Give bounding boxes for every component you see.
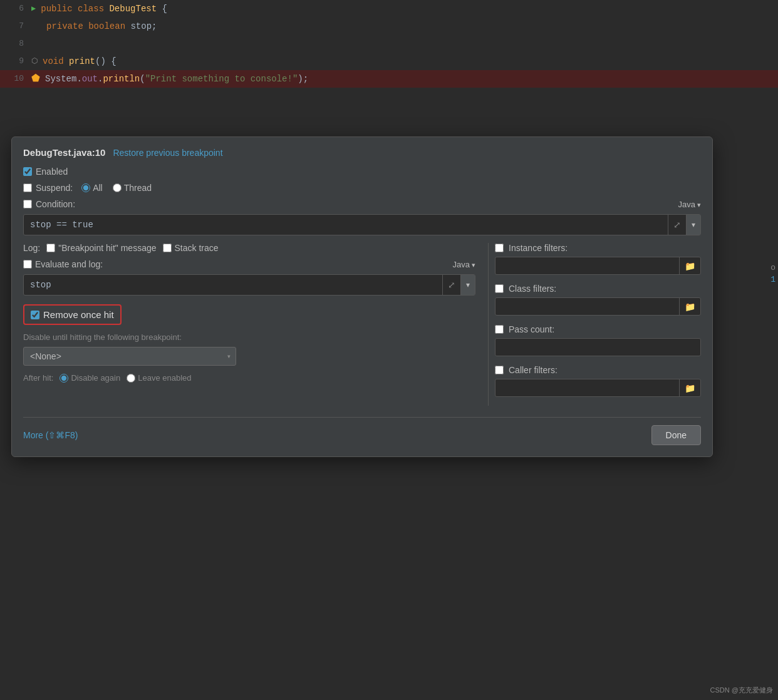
- right-edge-1: 1: [770, 275, 775, 284]
- condition-checkbox[interactable]: [23, 200, 32, 208]
- pass-count-checkbox[interactable]: [495, 325, 504, 334]
- none-select-wrapper: <None> ▾: [23, 347, 236, 366]
- leave-enabled-radio[interactable]: [127, 374, 135, 383]
- disable-again-text: Disable again: [71, 373, 120, 383]
- caller-filters-checkbox[interactable]: [495, 366, 504, 374]
- restore-breakpoint-link[interactable]: Restore previous breakpoint: [113, 148, 222, 158]
- evaluate-expand-button[interactable]: ⤢: [442, 275, 460, 295]
- instance-filters-label-row: Instance filters:: [495, 243, 701, 253]
- line-number-6: 6: [5, 0, 24, 18]
- popup-left: Log: "Breakpoint hit" message Stack trac…: [23, 243, 488, 406]
- evaluate-checkbox[interactable]: [23, 260, 32, 269]
- evaluate-input[interactable]: [24, 275, 442, 295]
- log-row: Log: "Breakpoint hit" message Stack trac…: [23, 243, 475, 253]
- right-edge-numbers: o 1: [770, 263, 778, 284]
- evaluate-java-label[interactable]: Java: [452, 260, 475, 269]
- popup-title: DebugTest.java:10: [23, 147, 105, 158]
- instance-filters-input[interactable]: [495, 257, 679, 274]
- condition-text: Condition:: [36, 199, 75, 209]
- condition-label[interactable]: Condition:: [23, 199, 75, 209]
- class-filters-input[interactable]: [495, 298, 679, 315]
- suspend-row: Suspend: All Thread: [23, 183, 701, 193]
- leave-enabled-label[interactable]: Leave enabled: [127, 373, 191, 383]
- done-button[interactable]: Done: [651, 425, 701, 445]
- class-filters-checkbox[interactable]: [495, 284, 504, 293]
- class-filters-input-wrapper: 📁: [495, 297, 701, 316]
- code-line-10: 10 ⬟ System.out.println("Print something…: [0, 70, 778, 88]
- popup-footer: More (⇧⌘F8) Done: [23, 417, 701, 445]
- enabled-label[interactable]: Enabled: [23, 167, 68, 177]
- log-stack-text: Stack trace: [175, 243, 219, 253]
- log-label: Log:: [23, 243, 40, 253]
- line-number-9: 9: [5, 53, 24, 70]
- instance-filters-checkbox[interactable]: [495, 244, 504, 252]
- after-hit-label: After hit:: [23, 373, 53, 383]
- disable-again-radio[interactable]: [60, 374, 68, 383]
- evaluate-dropdown-button[interactable]: ▾: [460, 275, 475, 295]
- enabled-text: Enabled: [36, 167, 68, 177]
- log-breakpoint-label[interactable]: "Breakpoint hit" message: [46, 243, 156, 253]
- condition-dropdown-button[interactable]: ▾: [686, 215, 700, 235]
- popup-right: Instance filters: 📁 Class filters: 📁: [488, 243, 701, 406]
- instance-filters-folder-button[interactable]: 📁: [679, 257, 700, 274]
- instance-filters-section: Instance filters: 📁: [495, 243, 701, 275]
- thread-text: Thread: [124, 183, 152, 193]
- caller-filters-section: Caller filters: 📁: [495, 365, 701, 397]
- code-editor: 6 ▶ public class DebugTest { 7 private b…: [0, 0, 778, 88]
- class-filters-section: Class filters: 📁: [495, 284, 701, 316]
- evaluate-text: Evaluate and log:: [35, 259, 103, 269]
- pass-count-label: Pass count:: [509, 324, 554, 334]
- log-stack-checkbox[interactable]: [163, 244, 172, 252]
- popup-body: Log: "Breakpoint hit" message Stack trac…: [23, 243, 701, 406]
- instance-filters-label: Instance filters:: [509, 243, 568, 253]
- caller-filters-label: Caller filters:: [509, 365, 558, 375]
- pass-count-input-wrapper: [495, 338, 701, 356]
- thread-radio[interactable]: [113, 183, 122, 192]
- caller-filters-folder-button[interactable]: 📁: [679, 379, 700, 396]
- leave-enabled-text: Leave enabled: [138, 373, 191, 383]
- line-number-7: 7: [5, 18, 24, 35]
- pass-count-input[interactable]: [495, 339, 700, 356]
- method-icon-9: ⬡: [31, 53, 38, 70]
- code-line-8: 8: [0, 35, 778, 53]
- pass-count-section: Pass count:: [495, 324, 701, 356]
- breakpoint-popup: DebugTest.java:10 Restore previous break…: [11, 136, 713, 457]
- caller-filters-input[interactable]: [495, 379, 679, 396]
- condition-java-label[interactable]: Java: [678, 200, 701, 209]
- all-radio[interactable]: [81, 183, 90, 192]
- disable-again-label[interactable]: Disable again: [60, 373, 120, 383]
- right-edge-0: o: [770, 263, 775, 272]
- code-line-6: 6 ▶ public class DebugTest {: [0, 0, 778, 18]
- code-content-7: private boolean stop;: [46, 18, 157, 35]
- class-filters-label: Class filters:: [509, 284, 556, 294]
- condition-input-wrapper: ⤢ ▾: [23, 214, 701, 235]
- condition-input[interactable]: [24, 215, 668, 235]
- breakpoint-icon-10[interactable]: ⬟: [31, 70, 40, 88]
- code-content-9: void print() {: [43, 53, 117, 70]
- suspend-label: Suspend:: [23, 183, 73, 193]
- log-breakpoint-checkbox[interactable]: [46, 244, 55, 252]
- log-stack-label[interactable]: Stack trace: [163, 243, 219, 253]
- all-radio-label[interactable]: All: [81, 183, 103, 193]
- instance-filters-input-wrapper: 📁: [495, 257, 701, 275]
- evaluate-row: Evaluate and log: Java: [23, 259, 475, 269]
- enabled-checkbox[interactable]: [23, 167, 32, 176]
- condition-expand-button[interactable]: ⤢: [668, 215, 686, 235]
- disable-until-text: Disable until hitting the following brea…: [23, 332, 182, 342]
- evaluate-label[interactable]: Evaluate and log:: [23, 259, 103, 269]
- run-icon[interactable]: ▶: [31, 0, 36, 18]
- code-line-7: 7 private boolean stop;: [0, 18, 778, 35]
- pass-count-label-row: Pass count:: [495, 324, 701, 334]
- class-filters-label-row: Class filters:: [495, 284, 701, 294]
- evaluate-input-wrapper: ⤢ ▾: [23, 274, 475, 296]
- suspend-checkbox[interactable]: [23, 183, 32, 192]
- more-link[interactable]: More (⇧⌘F8): [23, 430, 78, 440]
- remove-once-hit-row: Remove once hit: [23, 304, 122, 325]
- remove-once-hit-text: Remove once hit: [43, 309, 114, 320]
- none-dropdown-wrapper: <None> ▾: [23, 347, 475, 366]
- enabled-row: Enabled: [23, 167, 701, 177]
- class-filters-folder-button[interactable]: 📁: [679, 298, 700, 315]
- remove-once-hit-checkbox[interactable]: [31, 311, 39, 319]
- none-select[interactable]: <None>: [23, 347, 236, 366]
- thread-radio-label[interactable]: Thread: [113, 183, 152, 193]
